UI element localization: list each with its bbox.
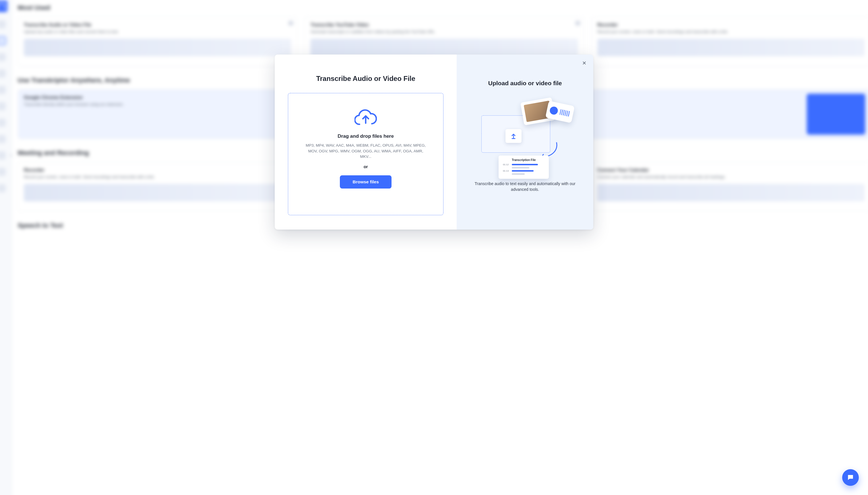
modal-title: Transcribe Audio or Video File: [316, 74, 415, 83]
dropzone-heading: Drag and drop files here: [338, 133, 394, 139]
close-button[interactable]: ✕: [580, 59, 588, 67]
modal-left-panel: Transcribe Audio or Video File Drag and …: [275, 54, 457, 229]
upload-illustration: Transcription File 01:12 01:13: [479, 95, 571, 176]
upload-arrow-icon: [506, 129, 522, 143]
file-dropzone[interactable]: Drag and drop files here MP3, MP4, WAV, …: [288, 93, 443, 215]
upload-modal: ✕ Transcribe Audio or Video File Drag an…: [275, 54, 593, 229]
supported-formats: MP3, MP4, WAV, AAC, M4A, WEBM, FLAC, OPU…: [305, 142, 426, 159]
modal-backdrop[interactable]: ✕ Transcribe Audio or Video File Drag an…: [0, 0, 868, 495]
or-separator: or: [364, 164, 368, 169]
chat-fab[interactable]: [842, 469, 859, 486]
svg-rect-0: [512, 138, 515, 139]
cloud-upload-icon: [355, 106, 377, 125]
right-blurb: Transcribe audio to text easily and auto…: [473, 181, 577, 192]
filecard-title: Transcription File: [502, 158, 545, 161]
transcription-file-card: Transcription File 01:12 01:13: [498, 155, 549, 179]
right-title: Upload audio or video file: [488, 80, 562, 87]
filecard-ts: 01:12: [502, 163, 510, 166]
close-icon: ✕: [582, 61, 586, 66]
modal-right-panel: Upload audio or video file Transcription…: [457, 54, 593, 229]
mic-icon: [549, 106, 559, 115]
waveform-icon: [559, 109, 571, 117]
chat-icon: [847, 474, 854, 481]
filecard-ts: 01:13: [502, 170, 510, 172]
browse-files-button[interactable]: Browse files: [340, 175, 391, 189]
